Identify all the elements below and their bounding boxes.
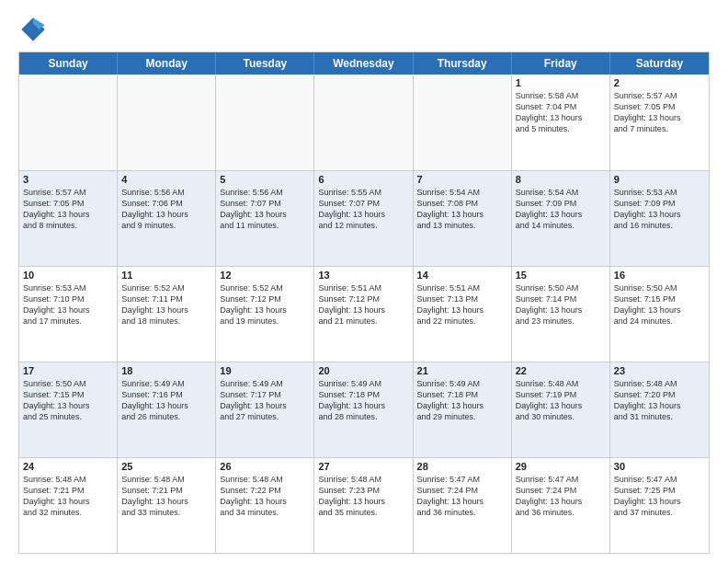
calendar-row-1: 3Sunrise: 5:57 AMSunset: 7:05 PMDaylight… (19, 170, 709, 266)
cell-info-line: Sunset: 7:16 PM (121, 389, 211, 400)
cell-info-line: Daylight: 13 hours (417, 209, 507, 220)
cell-info-line: and 16 minutes. (614, 220, 705, 231)
day-number: 18 (121, 365, 211, 376)
calendar-row-0: 1Sunrise: 5:58 AMSunset: 7:04 PMDaylight… (19, 75, 709, 170)
header-day-wednesday: Wednesday (314, 52, 413, 75)
day-number: 21 (417, 365, 507, 376)
cell-info-line: Sunset: 7:20 PM (614, 389, 705, 400)
cell-info-line: Sunrise: 5:52 AM (220, 282, 310, 293)
cell-info-line: Daylight: 13 hours (220, 496, 310, 507)
cell-info-line: Sunrise: 5:56 AM (220, 187, 310, 198)
day-number: 29 (516, 461, 606, 472)
page: SundayMondayTuesdayWednesdayThursdayFrid… (0, 0, 728, 563)
logo-icon (18, 15, 48, 44)
cell-info-line: Daylight: 13 hours (516, 209, 606, 220)
cell-info-line: Daylight: 13 hours (121, 496, 211, 507)
day-cell-1: 1Sunrise: 5:58 AMSunset: 7:04 PMDaylight… (512, 75, 610, 170)
day-number: 3 (23, 174, 113, 185)
cell-info-line: Sunrise: 5:51 AM (417, 282, 507, 293)
logo (18, 15, 51, 44)
cell-info-line: Daylight: 13 hours (417, 496, 507, 507)
cell-info-line: Daylight: 13 hours (318, 400, 408, 411)
cell-info-line: Sunrise: 5:49 AM (417, 378, 507, 389)
cell-info-line: Daylight: 13 hours (23, 400, 113, 411)
cell-info-line: and 22 minutes. (417, 316, 507, 327)
cell-info-line: Sunset: 7:07 PM (318, 198, 408, 209)
day-number: 25 (121, 461, 211, 472)
cell-info-line: Sunrise: 5:47 AM (516, 474, 606, 485)
day-number: 11 (121, 270, 211, 281)
day-cell-10: 10Sunrise: 5:53 AMSunset: 7:10 PMDayligh… (19, 267, 118, 362)
calendar-row-4: 24Sunrise: 5:48 AMSunset: 7:21 PMDayligh… (19, 457, 709, 553)
cell-info-line: Sunrise: 5:50 AM (23, 378, 113, 389)
day-number: 10 (23, 270, 113, 281)
cell-info-line: Sunrise: 5:48 AM (121, 474, 211, 485)
cell-info-line: Sunset: 7:11 PM (121, 293, 211, 304)
cell-info-line: and 29 minutes. (417, 411, 507, 422)
cell-info-line: Sunrise: 5:48 AM (614, 378, 705, 389)
cell-info-line: and 14 minutes. (516, 220, 606, 231)
cell-info-line: Sunset: 7:15 PM (614, 293, 705, 304)
cell-info-line: Sunset: 7:13 PM (417, 293, 507, 304)
header-day-tuesday: Tuesday (216, 52, 314, 75)
cell-info-line: Sunset: 7:23 PM (318, 485, 408, 496)
day-cell-20: 20Sunrise: 5:49 AMSunset: 7:18 PMDayligh… (314, 362, 413, 457)
cell-info-line: Sunset: 7:21 PM (121, 485, 211, 496)
cell-info-line: Daylight: 13 hours (516, 112, 606, 123)
cell-info-line: Sunset: 7:25 PM (614, 485, 705, 496)
cell-info-line: and 27 minutes. (220, 411, 310, 422)
day-cell-22: 22Sunrise: 5:48 AMSunset: 7:19 PMDayligh… (512, 362, 610, 457)
day-number: 2 (614, 77, 705, 88)
header-day-saturday: Saturday (610, 52, 709, 75)
cell-info-line: Sunset: 7:18 PM (417, 389, 507, 400)
cell-info-line: Sunrise: 5:53 AM (23, 282, 113, 293)
day-number: 16 (614, 270, 705, 281)
cell-info-line: and 5 minutes. (516, 123, 606, 134)
cell-info-line: Sunrise: 5:54 AM (417, 187, 507, 198)
cell-info-line: Daylight: 13 hours (220, 400, 310, 411)
cell-info-line: and 30 minutes. (516, 411, 606, 422)
day-cell-9: 9Sunrise: 5:53 AMSunset: 7:09 PMDaylight… (610, 171, 709, 266)
cell-info-line: Sunset: 7:24 PM (516, 485, 606, 496)
cell-info-line: Sunrise: 5:48 AM (220, 474, 310, 485)
cell-info-line: Daylight: 13 hours (220, 209, 310, 220)
day-cell-11: 11Sunrise: 5:52 AMSunset: 7:11 PMDayligh… (118, 267, 216, 362)
cell-info-line: Daylight: 13 hours (614, 496, 705, 507)
cell-info-line: and 25 minutes. (23, 411, 113, 422)
day-number: 23 (614, 365, 705, 376)
cell-info-line: and 31 minutes. (614, 411, 705, 422)
day-number: 6 (318, 174, 408, 185)
day-cell-17: 17Sunrise: 5:50 AMSunset: 7:15 PMDayligh… (19, 362, 118, 457)
day-cell-13: 13Sunrise: 5:51 AMSunset: 7:12 PMDayligh… (314, 267, 413, 362)
day-cell-21: 21Sunrise: 5:49 AMSunset: 7:18 PMDayligh… (414, 362, 512, 457)
day-number: 19 (220, 365, 310, 376)
cell-info-line: Daylight: 13 hours (121, 400, 211, 411)
header-day-thursday: Thursday (414, 52, 512, 75)
cell-info-line: Sunrise: 5:58 AM (516, 90, 606, 101)
day-number: 5 (220, 174, 310, 185)
cell-info-line: and 21 minutes. (318, 316, 408, 327)
cell-info-line: Daylight: 13 hours (318, 304, 408, 316)
calendar-row-2: 10Sunrise: 5:53 AMSunset: 7:10 PMDayligh… (19, 266, 709, 362)
cell-info-line: Sunrise: 5:52 AM (121, 282, 211, 293)
calendar-row-3: 17Sunrise: 5:50 AMSunset: 7:15 PMDayligh… (19, 362, 709, 457)
cell-info-line: Sunset: 7:15 PM (23, 389, 113, 400)
cell-info-line: Sunset: 7:12 PM (220, 293, 310, 304)
empty-cell (118, 75, 216, 170)
empty-cell (216, 75, 314, 170)
day-cell-29: 29Sunrise: 5:47 AMSunset: 7:24 PMDayligh… (512, 458, 610, 553)
day-number: 26 (220, 461, 310, 472)
cell-info-line: Daylight: 13 hours (614, 209, 705, 220)
day-number: 9 (614, 174, 705, 185)
cell-info-line: Daylight: 13 hours (121, 209, 211, 220)
cell-info-line: Daylight: 13 hours (417, 400, 507, 411)
cell-info-line: and 32 minutes. (23, 507, 113, 518)
cell-info-line: Sunrise: 5:51 AM (318, 282, 408, 293)
cell-info-line: Sunset: 7:19 PM (516, 389, 606, 400)
cell-info-line: Daylight: 13 hours (23, 304, 113, 316)
cell-info-line: and 37 minutes. (614, 507, 705, 518)
cell-info-line: Sunrise: 5:47 AM (614, 474, 705, 485)
cell-info-line: Daylight: 13 hours (23, 496, 113, 507)
cell-info-line: and 8 minutes. (23, 220, 113, 231)
cell-info-line: Sunset: 7:04 PM (516, 101, 606, 112)
